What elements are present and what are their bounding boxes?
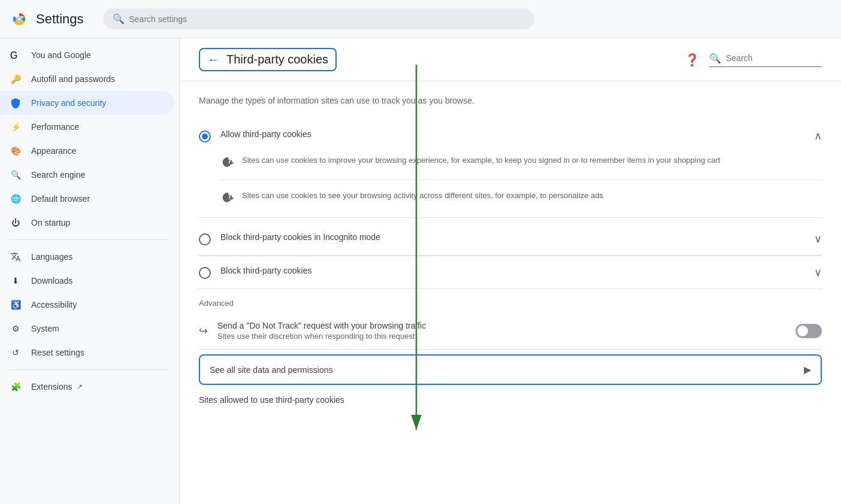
translate-icon <box>10 251 22 263</box>
search-icon: 🔍 <box>10 169 22 181</box>
expanded-text-2: Sites can use cookies to see your browsi… <box>242 190 603 202</box>
expand-incognito-icon[interactable]: ∨ <box>814 232 822 245</box>
google-icon: G <box>10 49 22 61</box>
advanced-section: Advanced ↪ Send a "Do Not Track" request… <box>199 299 822 350</box>
cookie-icon-1 <box>220 156 235 170</box>
option-block-incognito[interactable]: Block third-party cookies in Incognito m… <box>199 223 822 256</box>
sidebar-item-privacy[interactable]: Privacy and security <box>0 91 174 115</box>
sidebar-label-system: System <box>31 324 59 333</box>
radio-block-icon[interactable] <box>199 267 211 279</box>
sidebar-item-system[interactable]: ⚙ System <box>0 317 174 341</box>
do-not-track-title: Send a "Do Not Track" request with your … <box>217 321 786 330</box>
app-title: Settings <box>36 11 84 27</box>
sidebar-item-downloads[interactable]: ⬇ Downloads <box>0 269 174 293</box>
sidebar-label-reset: Reset settings <box>31 348 84 357</box>
sidebar-item-performance[interactable]: ⚡ Performance <box>0 115 174 139</box>
option-allow-cookies[interactable]: Allow third-party cookies ∧ Sites can us… <box>199 120 822 212</box>
sidebar: G You and Google 🔑 Autofill and password… <box>0 38 180 504</box>
sidebar-label-privacy: Privacy and security <box>31 98 106 108</box>
sidebar-item-appearance[interactable]: 🎨 Appearance <box>0 139 174 163</box>
expanded-item-2: Sites can use cookies to see your browsi… <box>220 183 822 212</box>
radio-incognito-icon[interactable] <box>199 233 211 245</box>
sidebar-item-search-engine[interactable]: 🔍 Search engine <box>0 163 174 187</box>
sidebar-label-appearance: Appearance <box>31 146 77 156</box>
extensions-external-icon: ↗ <box>77 382 83 391</box>
back-section[interactable]: ← Third-party cookies <box>199 48 337 71</box>
sidebar-item-default-browser[interactable]: 🌐 Default browser <box>0 187 174 211</box>
accessibility-icon: ♿ <box>10 299 22 311</box>
see-all-site-data[interactable]: See all site data and permissions ▶ <box>199 354 822 385</box>
page-title: Third-party cookies <box>226 53 328 66</box>
sites-allowed-section: Sites allowed to use third-party cookies <box>199 394 822 405</box>
page-header: ← Third-party cookies ❓ 🔍 <box>180 38 841 81</box>
palette-icon: 🎨 <box>10 145 22 157</box>
sidebar-divider <box>10 239 170 240</box>
content-area: ← Third-party cookies ❓ 🔍 Manage the typ… <box>180 38 841 504</box>
detail-divider <box>220 180 822 180</box>
sidebar-label-search-engine: Search engine <box>31 170 85 180</box>
sidebar-item-on-startup[interactable]: ⏻ On startup <box>0 211 174 235</box>
sidebar-item-accessibility[interactable]: ♿ Accessibility <box>0 293 174 317</box>
svg-point-3 <box>17 17 21 21</box>
option-block-all[interactable]: Block third-party cookies ∨ <box>199 256 822 289</box>
do-not-track-subtitle: Sites use their discretion when respondi… <box>217 332 786 341</box>
advanced-do-not-track: ↪ Send a "Do Not Track" request with you… <box>199 312 822 350</box>
svg-text:G: G <box>10 50 17 60</box>
power-icon: ⏻ <box>10 217 22 229</box>
header-search-input[interactable] <box>726 53 822 63</box>
sidebar-label-languages: Languages <box>31 252 72 262</box>
forward-icon: ↪ <box>199 324 208 338</box>
sidebar-item-reset[interactable]: ↺ Reset settings <box>0 341 174 365</box>
sidebar-label-performance: Performance <box>31 122 79 132</box>
help-icon[interactable]: ❓ <box>685 53 700 67</box>
sidebar-label-you-and-google: You and Google <box>31 50 91 60</box>
global-search-input[interactable] <box>129 14 525 24</box>
gauge-icon: ⚡ <box>10 121 22 133</box>
sidebar-item-autofill[interactable]: 🔑 Autofill and passwords <box>0 67 174 91</box>
search-bar-icon: 🔍 <box>113 13 125 25</box>
browser-icon: 🌐 <box>10 193 22 205</box>
sidebar-label-accessibility: Accessibility <box>31 300 77 309</box>
back-button[interactable]: ← <box>207 53 219 66</box>
radio-allow-label: Allow third-party cookies <box>220 129 814 139</box>
radio-incognito-label: Block third-party cookies in Incognito m… <box>220 232 814 242</box>
key-icon: 🔑 <box>10 73 22 85</box>
system-icon: ⚙ <box>10 323 22 335</box>
sidebar-label-downloads: Downloads <box>31 276 72 286</box>
sidebar-label-on-startup: On startup <box>31 218 70 227</box>
sidebar-item-languages[interactable]: Languages <box>0 245 174 269</box>
header-search[interactable]: 🔍 <box>709 53 822 67</box>
topbar: Settings 🔍 <box>0 0 841 38</box>
sidebar-item-extensions[interactable]: 🧩 Extensions ↗ <box>0 375 174 399</box>
expanded-text-1: Sites can use cookies to improve your br… <box>242 154 720 166</box>
reset-icon: ↺ <box>10 347 22 359</box>
content-body: Manage the types of information sites ca… <box>180 81 841 420</box>
advanced-item-text: Send a "Do Not Track" request with your … <box>217 321 786 341</box>
sidebar-label-default-browser: Default browser <box>31 194 90 204</box>
collapse-icon[interactable]: ∧ <box>814 129 822 142</box>
do-not-track-toggle[interactable] <box>795 324 822 338</box>
sidebar-label-extensions: Extensions <box>31 382 72 391</box>
option-allow-expanded: Sites can use cookies to improve your br… <box>199 142 822 212</box>
header-right: ❓ 🔍 <box>685 53 822 67</box>
sites-allowed-label: Sites allowed to use third-party cookies <box>199 395 344 405</box>
cookie-icon-2 <box>220 191 235 205</box>
radio-allow-icon[interactable] <box>199 130 211 142</box>
sidebar-divider-2 <box>10 369 170 370</box>
see-all-label: See all site data and permissions <box>210 365 804 375</box>
download-icon: ⬇ <box>10 275 22 287</box>
global-search-bar[interactable]: 🔍 <box>103 8 534 29</box>
option-divider-1 <box>199 217 822 218</box>
header-search-icon: 🔍 <box>709 53 721 64</box>
chrome-logo-icon <box>10 10 29 29</box>
radio-block-label: Block third-party cookies <box>220 266 814 275</box>
shield-icon <box>10 97 22 109</box>
page-description: Manage the types of information sites ca… <box>199 96 822 105</box>
extensions-icon: 🧩 <box>10 381 22 393</box>
advanced-title: Advanced <box>199 299 822 308</box>
expand-block-icon[interactable]: ∨ <box>814 266 822 279</box>
see-all-arrow-icon: ▶ <box>804 364 811 375</box>
sidebar-item-you-and-google[interactable]: G You and Google <box>0 43 174 67</box>
expanded-item-1: Sites can use cookies to improve your br… <box>220 147 822 177</box>
main-layout: G You and Google 🔑 Autofill and password… <box>0 38 841 504</box>
